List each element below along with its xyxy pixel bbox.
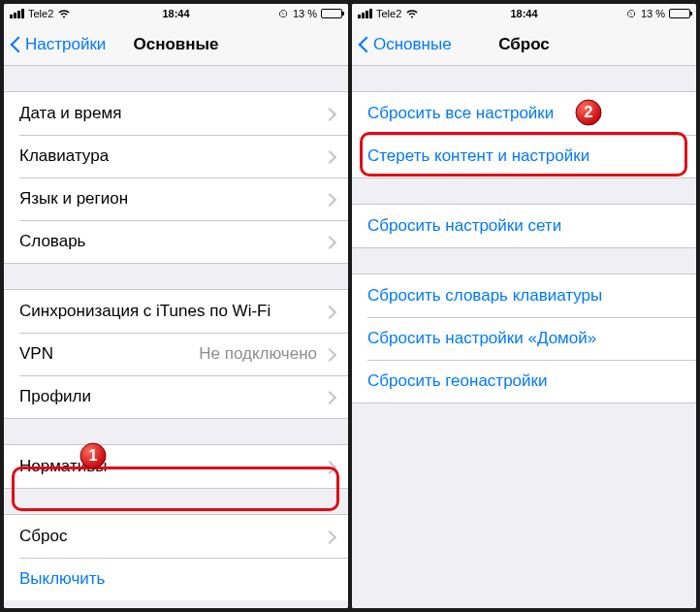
chevron-left-icon — [10, 35, 21, 54]
carrier-label: Tele2 — [28, 8, 53, 19]
chevron-right-icon — [325, 348, 333, 361]
status-left: Tele2 — [358, 8, 419, 19]
row-profiles[interactable]: Профили — [4, 375, 348, 418]
status-bar: Tele2 18:44 ⏲ 13 % — [4, 4, 348, 23]
chevron-right-icon — [325, 236, 333, 248]
row-label: Язык и регион — [19, 189, 128, 209]
signal-icon — [358, 9, 372, 18]
row-reset-location[interactable]: Сбросить геонастройки — [352, 360, 696, 403]
row-reset-keyboard-dict[interactable]: Сбросить словарь клавиатуры — [352, 274, 696, 317]
group-reset: Сброс Выключить — [4, 514, 348, 600]
chevron-left-icon — [358, 35, 369, 54]
row-shutdown[interactable]: Выключить — [4, 558, 348, 600]
chevron-right-icon — [325, 108, 333, 120]
status-right: ⏲ 13 % — [278, 8, 342, 19]
row-dictionary[interactable]: Словарь — [4, 220, 348, 263]
chevron-right-icon — [325, 306, 333, 318]
signal-icon — [10, 9, 24, 18]
row-label: Сброс — [19, 527, 67, 546]
battery-icon — [669, 9, 690, 18]
row-erase-content-settings[interactable]: Стереть контент и настройки — [352, 135, 696, 177]
status-right: ⏲ 13 % — [626, 8, 690, 19]
group-sync: Синхронизация с iTunes по Wi-Fi VPN Не п… — [4, 289, 348, 419]
nav-bar: Настройки Основные — [4, 23, 348, 66]
row-label: Профили — [19, 387, 91, 406]
status-left: Tele2 — [10, 8, 71, 19]
chevron-right-icon — [325, 391, 333, 403]
phone-right: Tele2 18:44 ⏲ 13 % Основные Сброс Сброси… — [352, 4, 696, 608]
chevron-right-icon — [325, 193, 333, 206]
chevron-right-icon — [325, 531, 333, 543]
wifi-icon — [57, 9, 71, 18]
row-keyboard[interactable]: Клавиатура — [4, 135, 348, 177]
row-label: Сбросить все настройки — [367, 104, 554, 123]
settings-content[interactable]: Дата и время Клавиатура Язык и регион Сл… — [4, 66, 348, 608]
nav-bar: Основные Сброс — [352, 23, 696, 66]
back-label: Основные — [373, 35, 452, 54]
row-reset-network[interactable]: Сбросить настройки сети — [352, 205, 696, 247]
row-detail: Не подключено — [199, 344, 317, 364]
row-label: Стереть контент и настройки — [367, 146, 589, 166]
alarm-icon: ⏲ — [626, 8, 637, 19]
row-vpn[interactable]: VPN Не подключено — [4, 333, 348, 375]
row-label: Сбросить настройки «Домой» — [367, 329, 596, 348]
row-regulatory[interactable]: Нормативы — [4, 445, 348, 488]
row-label: Словарь — [19, 232, 85, 251]
back-button[interactable]: Настройки — [10, 35, 106, 54]
row-label: Дата и время — [19, 104, 121, 123]
row-label: Выключить — [19, 569, 105, 589]
status-bar: Tele2 18:44 ⏲ 13 % — [352, 4, 696, 23]
battery-icon — [321, 9, 342, 18]
group-regulatory: Нормативы — [4, 444, 348, 489]
alarm-icon: ⏲ — [278, 8, 289, 19]
wifi-icon — [405, 9, 419, 18]
row-label: Синхронизация с iTunes по Wi-Fi — [19, 302, 270, 321]
battery-pct: 13 % — [293, 8, 317, 19]
row-label: VPN — [19, 344, 53, 364]
chevron-right-icon — [325, 150, 333, 163]
row-language-region[interactable]: Язык и регион — [4, 177, 348, 220]
reset-content[interactable]: Сбросить все настройки Стереть контент и… — [352, 66, 696, 608]
group-reset-network: Сбросить настройки сети — [352, 204, 696, 248]
row-date-time[interactable]: Дата и время — [4, 92, 348, 135]
row-reset[interactable]: Сброс — [4, 515, 348, 558]
back-label: Настройки — [25, 35, 106, 54]
row-reset-all-settings[interactable]: Сбросить все настройки — [352, 92, 696, 135]
row-label: Сбросить настройки сети — [367, 216, 561, 236]
phone-left: Tele2 18:44 ⏲ 13 % Настройки Основные Да… — [4, 4, 348, 608]
group-reset-main: Сбросить все настройки Стереть контент и… — [352, 91, 696, 178]
carrier-label: Tele2 — [376, 8, 401, 19]
row-label: Сбросить геонастройки — [367, 371, 548, 391]
row-label: Сбросить словарь клавиатуры — [367, 286, 602, 306]
back-button[interactable]: Основные — [358, 35, 452, 54]
chevron-right-icon — [325, 461, 333, 473]
row-label: Нормативы — [19, 457, 108, 476]
battery-pct: 13 % — [641, 8, 665, 19]
row-reset-home[interactable]: Сбросить настройки «Домой» — [352, 317, 696, 360]
row-label: Клавиатура — [19, 146, 109, 166]
row-itunes-wifi[interactable]: Синхронизация с iTunes по Wi-Fi — [4, 290, 348, 333]
group-reset-other: Сбросить словарь клавиатуры Сбросить нас… — [352, 274, 696, 403]
group-general: Дата и время Клавиатура Язык и регион Сл… — [4, 91, 348, 264]
